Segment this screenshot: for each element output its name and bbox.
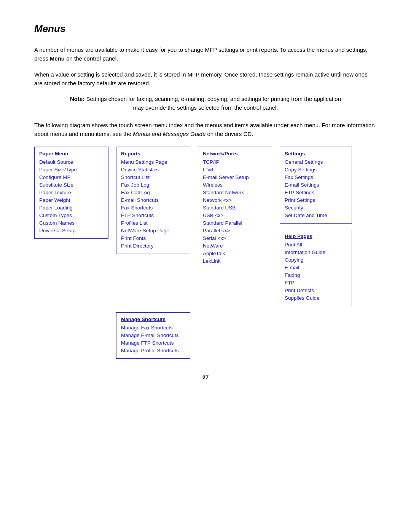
reports-item-3: Shortcut List	[121, 174, 185, 181]
reports-item-11: Print Fonts	[121, 235, 185, 242]
diagram-intro: The following diagram shows the touch sc…	[34, 121, 377, 139]
network-ports-menu-box: Network/Ports TCP/IP IPv6 E-mail Server …	[198, 147, 272, 269]
help-item-7: Print Defects	[285, 287, 347, 294]
network-item-7: Standard USB	[203, 204, 267, 212]
settings-item-1: General Settings	[285, 158, 347, 166]
note-text: Settings chosen for faxing, scanning, e-…	[86, 96, 341, 111]
page-number: 27	[34, 374, 377, 380]
network-item-13: AppleTalk	[203, 250, 267, 257]
settings-item-2: Copy Settings	[285, 166, 347, 174]
network-item-3: E-mail Server Setup	[203, 174, 267, 181]
help-item-5: Faxing	[285, 272, 347, 279]
paragraph-2: When a value or setting is selected and …	[34, 70, 377, 88]
manage-shortcuts-item-3: Manage FTP Shortcuts	[121, 339, 185, 347]
reports-item-12: Print Directory	[121, 242, 185, 250]
network-item-6: Network <x>	[203, 197, 267, 204]
note-block: Note: Settings chosen for faxing, scanni…	[34, 94, 377, 112]
paper-menu-item-4: Substitute Size	[39, 181, 104, 189]
paper-menu-header: Paper Menu	[39, 150, 104, 158]
paper-menu-box: Paper Menu Default Source Paper Size/Typ…	[34, 147, 108, 239]
paper-menu-item-7: Paper Loading	[39, 204, 104, 212]
help-item-4: E-mail	[285, 264, 347, 272]
help-item-1: Print All	[285, 241, 347, 249]
reports-menu-header: Reports	[121, 150, 185, 158]
paper-menu-item-2: Paper Size/Type	[39, 166, 104, 174]
settings-item-4: E-mail Settings	[285, 181, 347, 189]
paper-menu-item-3: Configure MP	[39, 174, 104, 181]
help-item-8: Supplies Guide	[285, 294, 347, 302]
reports-item-8: FTP Shortcuts	[121, 212, 185, 219]
reports-menu-box: Reports Menu Settings Page Device Statis…	[116, 147, 190, 254]
help-item-2: Information Guide	[285, 249, 347, 256]
settings-item-8: Set Date and Time	[285, 212, 347, 219]
help-pages-header: Help Pages	[285, 233, 347, 240]
manage-shortcuts-item-4: Manage Profile Shortcuts	[121, 347, 185, 355]
paper-menu-item-1: Default Source	[39, 158, 104, 166]
manage-shortcuts-header: Manage Shortcuts	[121, 316, 185, 323]
reports-item-7: Fax Shortcuts	[121, 204, 185, 212]
help-item-6: FTP	[285, 279, 347, 287]
settings-item-6: Print Settings	[285, 197, 347, 204]
network-item-9: Standard Parallel	[203, 219, 267, 227]
paper-menu-item-5: Paper Texture	[39, 189, 104, 197]
network-item-14: LexLink	[203, 257, 267, 265]
reports-item-9: Profiles List	[121, 219, 185, 227]
settings-item-7: Security	[285, 204, 347, 212]
paper-menu-item-6: Paper Weight	[39, 197, 104, 204]
menu-diagram-row1: Paper Menu Default Source Paper Size/Typ…	[34, 147, 377, 306]
paper-menu-item-10: Universal Setup	[39, 227, 104, 235]
network-item-11: Serial <x>	[203, 235, 267, 242]
note-label: Note:	[70, 96, 84, 102]
menu-diagram-row2: Manage Shortcuts Manage Fax Shortcuts Ma…	[116, 312, 377, 359]
network-item-2: IPv6	[203, 166, 267, 174]
help-pages-menu-box: Help Pages Print All Information Guide C…	[280, 230, 352, 306]
settings-item-5: FTP Settings	[285, 189, 347, 197]
paper-menu-item-9: Custom Names	[39, 219, 104, 227]
settings-item-3: Fax Settings	[285, 174, 347, 181]
settings-header: Settings	[285, 150, 347, 158]
reports-item-5: Fax Call Log	[121, 189, 185, 197]
network-item-10: Parallel <x>	[203, 227, 267, 235]
network-item-5: Standard Network	[203, 189, 267, 197]
manage-shortcuts-item-2: Manage E-mail Shortcuts	[121, 332, 185, 339]
paragraph-1: A number of menus are available to make …	[34, 45, 377, 63]
reports-item-6: E-mail Shortcuts	[121, 197, 185, 204]
manage-shortcuts-item-1: Manage Fax Shortcuts	[121, 324, 185, 332]
help-item-3: Copying	[285, 256, 347, 264]
manage-shortcuts-box: Manage Shortcuts Manage Fax Shortcuts Ma…	[116, 312, 190, 359]
network-ports-header: Network/Ports	[203, 150, 267, 158]
network-item-12: NetWare	[203, 242, 267, 250]
page-title: Menus	[34, 23, 377, 35]
reports-item-1: Menu Settings Page	[121, 158, 185, 166]
reports-item-10: NetWare Setup Page	[121, 227, 185, 235]
settings-menu-box: Settings General Settings Copy Settings …	[280, 147, 352, 224]
network-item-4: Wireless	[203, 181, 267, 189]
reports-item-4: Fax Job Log	[121, 181, 185, 189]
paper-menu-item-8: Custom Types	[39, 212, 104, 219]
network-item-8: USB <x>	[203, 212, 267, 219]
reports-item-2: Device Statistics	[121, 166, 185, 174]
network-item-1: TCP/IP	[203, 158, 267, 166]
